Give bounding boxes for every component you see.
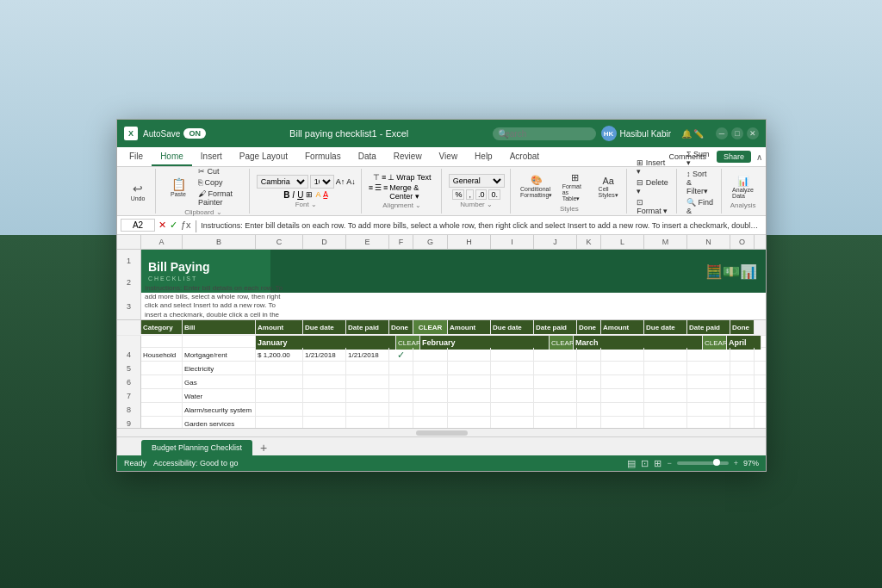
increase-decimal-button[interactable]: .0 (475, 189, 488, 200)
zoom-minus-button[interactable]: − (667, 459, 671, 467)
sheet-tab-budget[interactable]: Budget Planning Checklist (141, 440, 252, 455)
row-datepaid[interactable] (346, 403, 389, 417)
bell-icon[interactable]: 🔔 (681, 129, 692, 139)
row-category[interactable] (141, 389, 183, 403)
cell-reference-input[interactable] (121, 219, 155, 232)
align-top-button[interactable]: ⊤ (373, 173, 380, 182)
sum-button[interactable]: Σ Sum ▾ (684, 149, 716, 168)
font-increase-button[interactable]: A↑ (336, 177, 345, 186)
decrease-decimal-button[interactable]: 0. (488, 189, 500, 200)
align-left-button[interactable]: ≡ (369, 183, 373, 201)
row-amount[interactable] (256, 403, 303, 417)
wrap-text-button[interactable]: Wrap Text (396, 173, 431, 182)
tab-insert[interactable]: Insert (192, 147, 231, 166)
row-amount[interactable] (256, 417, 303, 428)
row-due[interactable] (303, 362, 346, 375)
horizontal-scrollbar[interactable] (117, 428, 766, 436)
align-middle-button[interactable]: ≡ (382, 173, 386, 182)
row4-amount[interactable]: $ 1,200.00 (256, 348, 303, 362)
row-category[interactable] (141, 403, 183, 417)
row-due[interactable] (303, 389, 346, 403)
bold-button[interactable]: B (283, 190, 289, 200)
row4-mar-datepaid[interactable] (687, 348, 730, 362)
close-button[interactable]: ✕ (747, 127, 759, 139)
row4-mar-due[interactable] (644, 348, 687, 362)
insert-cell-button[interactable]: ⊞ Insert ▾ (634, 158, 671, 176)
number-format-select[interactable]: General (449, 174, 505, 188)
pen-icon[interactable]: ✏️ (693, 129, 704, 139)
row-done[interactable] (389, 362, 413, 375)
border-button[interactable]: ⊞ (306, 190, 313, 199)
row-due[interactable] (303, 417, 346, 428)
italic-button[interactable]: I (292, 190, 295, 200)
row4-bill[interactable]: Mortgage/rent (183, 348, 256, 362)
row-bill[interactable]: Alarm/security system (183, 403, 256, 417)
font-family-select[interactable]: Cambria (257, 175, 308, 189)
row4-mar-amount[interactable] (601, 348, 644, 362)
row4-category[interactable]: Household (141, 348, 183, 362)
row-done[interactable] (389, 389, 413, 403)
row-datepaid[interactable] (346, 389, 389, 403)
row-datepaid[interactable] (346, 362, 389, 375)
page-layout-view-button[interactable]: ⊡ (641, 458, 649, 469)
row-category[interactable] (141, 362, 183, 375)
add-sheet-button[interactable]: + (256, 440, 271, 455)
row-bill[interactable]: Gas (183, 375, 256, 389)
share-button[interactable]: Share (717, 151, 751, 163)
tab-view[interactable]: View (431, 147, 467, 166)
analyze-data-button[interactable]: 📊 AnalyzeData (729, 174, 757, 201)
align-bottom-button[interactable]: ⊥ (388, 173, 394, 182)
row-done[interactable] (389, 417, 413, 428)
row-due[interactable] (303, 403, 346, 417)
row-done[interactable] (389, 403, 413, 417)
maximize-button[interactable]: □ (731, 127, 743, 139)
jan-clear-header[interactable]: CLEAR (413, 320, 448, 334)
undo-button[interactable]: ↩ Undo (126, 180, 150, 203)
row4-datepaid[interactable]: 1/21/2018 (346, 348, 389, 362)
paste-button[interactable]: 📋 Paste (163, 176, 194, 199)
row-due[interactable] (303, 375, 346, 389)
sort-filter-button[interactable]: ↕ Sort &Filter▾ (684, 169, 716, 196)
insert-function-icon[interactable]: ƒx (181, 220, 191, 231)
row-amount[interactable] (256, 375, 303, 389)
tab-formulas[interactable]: Formulas (296, 147, 350, 166)
conditional-formatting-button[interactable]: 🎨 ConditionalFormatting▾ (518, 173, 556, 201)
row-bill[interactable]: Water (183, 389, 256, 403)
cut-button[interactable]: ✂ Cut (196, 166, 244, 176)
font-color-button[interactable]: A̲ (323, 190, 328, 199)
font-size-select[interactable]: 10 (310, 175, 334, 189)
tab-help[interactable]: Help (466, 147, 501, 166)
normal-view-button[interactable]: ▤ (627, 458, 636, 469)
row4-feb-datepaid[interactable] (534, 348, 577, 362)
ribbon-expand-button[interactable]: ∧ (756, 152, 762, 162)
scrollbar-thumb[interactable] (416, 430, 468, 436)
row-category[interactable] (141, 417, 183, 428)
tab-data[interactable]: Data (350, 147, 385, 166)
row4-feb-due[interactable] (491, 348, 534, 362)
row-amount[interactable] (256, 389, 303, 403)
comma-button[interactable]: , (466, 189, 474, 200)
row-category[interactable] (141, 375, 183, 389)
confirm-formula-icon[interactable]: ✓ (170, 220, 177, 231)
row-datepaid[interactable] (346, 375, 389, 389)
tab-acrobat[interactable]: Acrobat (501, 147, 548, 166)
autosave-toggle[interactable]: ON (183, 128, 206, 139)
underline-button[interactable]: U (297, 190, 303, 200)
row-amount[interactable] (256, 362, 303, 375)
align-right-button[interactable]: ≡ (383, 183, 388, 201)
format-cell-button[interactable]: ⊡ Format ▾ (634, 197, 671, 216)
highlight-button[interactable]: A (315, 190, 320, 199)
merge-center-button[interactable]: Merge & Center ▾ (389, 183, 435, 201)
row4-feb-amount[interactable] (448, 348, 491, 362)
tab-page-layout[interactable]: Page Layout (231, 147, 296, 166)
percent-button[interactable]: % (452, 189, 464, 200)
cancel-formula-icon[interactable]: ✕ (158, 220, 166, 231)
tab-home[interactable]: Home (152, 147, 192, 166)
row4-mar-done[interactable] (730, 348, 755, 362)
row-datepaid[interactable] (346, 417, 389, 428)
page-break-view-button[interactable]: ⊞ (654, 458, 662, 469)
cell-styles-button[interactable]: Aa CellStyles▾ (595, 174, 621, 201)
zoom-handle[interactable] (713, 459, 720, 466)
tab-review[interactable]: Review (385, 147, 431, 166)
delete-cell-button[interactable]: ⊟ Delete ▾ (634, 177, 671, 196)
